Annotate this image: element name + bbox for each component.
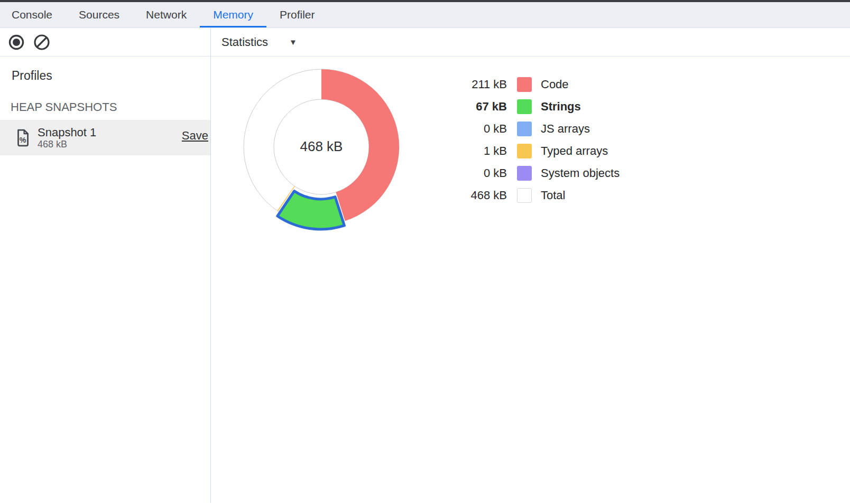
legend-value-system-objects: 0 kB — [438, 166, 507, 180]
legend-label-typed-arrays: Typed arrays — [541, 144, 608, 158]
legend-row-total[interactable]: 468 kBTotal — [438, 184, 620, 207]
tab-bar: ConsoleSourcesNetworkMemoryProfiler — [0, 2, 850, 28]
heap-snapshots-section-title: HEAP SNAPSHOTS — [11, 100, 210, 114]
tab-sources[interactable]: Sources — [66, 2, 133, 27]
toolbar-right: Statistics ▼ — [211, 28, 850, 56]
legend-row-typed-arrays[interactable]: 1 kBTyped arrays — [438, 140, 620, 162]
snapshot-name: Snapshot 1 — [38, 126, 182, 139]
legend-swatch-typed-arrays — [517, 144, 532, 158]
sidebar: Profiles HEAP SNAPSHOTS % Snapshot 1 468… — [0, 57, 211, 503]
chevron-down-icon: ▼ — [289, 38, 297, 46]
perspective-select[interactable]: Statistics ▼ — [221, 35, 297, 49]
toolbar: Statistics ▼ — [0, 28, 850, 57]
sidebar-item-snapshot-1[interactable]: % Snapshot 1 468 kB Save — [0, 120, 210, 155]
tab-console[interactable]: Console — [0, 2, 66, 27]
profiles-title: Profiles — [12, 69, 210, 83]
donut-center-label: 468 kB — [300, 138, 343, 154]
legend-value-typed-arrays: 1 kB — [438, 144, 507, 158]
legend-row-strings[interactable]: 67 kBStrings — [438, 96, 620, 118]
tab-profiler[interactable]: Profiler — [266, 2, 328, 27]
legend-value-js-arrays: 0 kB — [438, 122, 507, 136]
save-snapshot-link[interactable]: Save — [182, 129, 208, 143]
legend-label-strings: Strings — [541, 100, 581, 114]
content: Profiles HEAP SNAPSHOTS % Snapshot 1 468… — [0, 57, 850, 503]
legend-swatch-code — [517, 77, 532, 92]
chart-legend: 211 kBCode67 kBStrings0 kBJS arrays1 kBT… — [438, 73, 620, 207]
legend-swatch-total — [517, 188, 532, 203]
legend-swatch-js-arrays — [517, 122, 532, 136]
snapshot-size: 468 kB — [38, 139, 182, 150]
heap-snapshot-icon: % — [16, 129, 30, 147]
tab-network[interactable]: Network — [133, 2, 200, 27]
toolbar-left — [0, 28, 211, 56]
svg-text:%: % — [20, 135, 26, 144]
heap-statistics-donut-chart: 468 kB — [232, 57, 411, 237]
legend-value-code: 211 kB — [438, 78, 507, 91]
statistics-panel: 468 kB 211 kBCode67 kBStrings0 kBJS arra… — [211, 57, 850, 503]
legend-value-strings: 67 kB — [438, 100, 507, 114]
clear-icon — [33, 34, 50, 51]
tab-memory[interactable]: Memory — [200, 2, 266, 27]
record-icon — [8, 34, 25, 51]
legend-row-js-arrays[interactable]: 0 kBJS arrays — [438, 118, 620, 140]
legend-row-system-objects[interactable]: 0 kBSystem objects — [438, 162, 620, 184]
snapshot-texts: Snapshot 1 468 kB — [38, 126, 182, 150]
legend-label-code: Code — [541, 78, 569, 91]
legend-value-total: 468 kB — [438, 189, 507, 202]
legend-row-code[interactable]: 211 kBCode — [438, 73, 620, 96]
legend-label-total: Total — [541, 189, 565, 202]
legend-swatch-system-objects — [517, 166, 532, 181]
record-heap-snapshot-button[interactable] — [8, 34, 25, 51]
perspective-select-value: Statistics — [221, 35, 268, 49]
clear-all-profiles-button[interactable] — [33, 34, 50, 51]
legend-label-js-arrays: JS arrays — [541, 122, 590, 136]
legend-swatch-strings — [517, 99, 532, 114]
legend-label-system-objects: System objects — [541, 166, 620, 180]
